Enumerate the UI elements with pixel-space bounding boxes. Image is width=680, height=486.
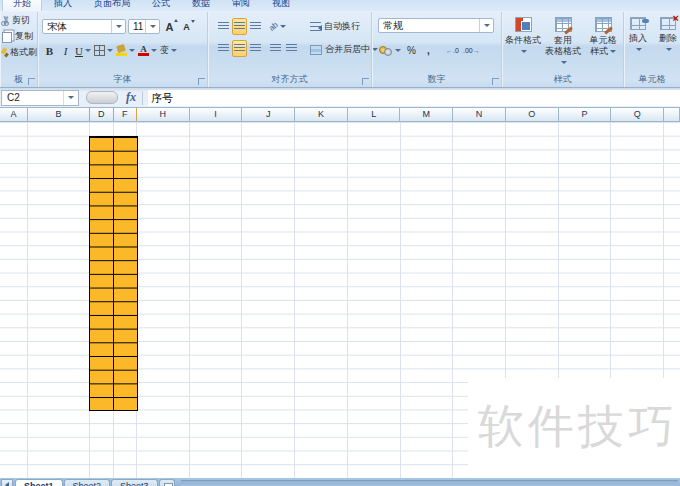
conditional-formatting-button[interactable]: 条件格式 bbox=[503, 17, 543, 57]
number-dialog-launcher[interactable] bbox=[492, 78, 499, 85]
name-box[interactable]: C2 bbox=[1, 90, 79, 106]
grid-vline bbox=[400, 122, 401, 478]
cell-styles-label-1: 单元格 bbox=[583, 35, 623, 46]
increase-decimal-button[interactable]: ←.0 bbox=[445, 42, 460, 59]
sheet-tab-Sheet2[interactable]: Sheet2 bbox=[64, 479, 111, 486]
copy-label: 复制 bbox=[15, 30, 33, 43]
column-header-I[interactable]: I bbox=[190, 108, 243, 121]
italic-icon: I bbox=[64, 45, 68, 57]
bold-button[interactable]: B bbox=[42, 42, 57, 59]
format-as-table-button[interactable]: 套用 表格格式 bbox=[543, 17, 583, 68]
ribbon: 剪切 复制 格式刷 板 宋体 11 bbox=[0, 12, 680, 88]
column-header-M[interactable]: M bbox=[401, 108, 454, 121]
clipboard-dialog-launcher[interactable] bbox=[28, 78, 35, 85]
column-header-B[interactable]: B bbox=[28, 108, 90, 121]
increase-indent-icon bbox=[286, 44, 297, 53]
font-name-combobox[interactable]: 宋体 bbox=[42, 19, 126, 34]
merge-center-button[interactable]: 合并后居中 bbox=[310, 43, 378, 56]
number-format-combobox[interactable]: 常规 bbox=[378, 18, 494, 33]
ribbon-tab-1[interactable]: 插入 bbox=[44, 0, 82, 11]
comma-icon: , bbox=[427, 45, 430, 56]
font-dialog-launcher[interactable] bbox=[198, 78, 205, 85]
align-left-button[interactable] bbox=[216, 40, 231, 57]
column-header-Q[interactable]: Q bbox=[611, 108, 664, 121]
cells-group-label: 单元格 bbox=[624, 73, 680, 86]
name-box-resize-handle[interactable] bbox=[86, 91, 118, 104]
cut-label: 剪切 bbox=[12, 14, 30, 27]
ribbon-tab-3[interactable]: 公式 bbox=[142, 0, 180, 11]
ribbon-tab-0[interactable]: 开始 bbox=[2, 0, 42, 11]
horizontal-scrollbar[interactable] bbox=[181, 480, 678, 486]
decrease-indent-button[interactable] bbox=[268, 40, 283, 57]
italic-button[interactable]: I bbox=[58, 42, 73, 59]
font-size-value: 11 bbox=[129, 21, 145, 32]
alignment-dialog-launcher[interactable] bbox=[362, 78, 369, 85]
cell-styles-button[interactable]: 单元格 样式 bbox=[583, 17, 623, 57]
accounting-format-button[interactable] bbox=[378, 42, 402, 59]
increase-decimal-icon: ←.0 bbox=[446, 47, 459, 54]
decrease-decimal-button[interactable]: .00→ bbox=[462, 42, 481, 59]
shrink-font-icon: A bbox=[183, 22, 190, 32]
increase-font-button[interactable]: A bbox=[162, 18, 177, 35]
column-header-D[interactable]: D bbox=[90, 108, 114, 121]
sheet-nav-left-icon[interactable] bbox=[1, 479, 13, 486]
sheet-tab-Sheet1[interactable]: Sheet1 bbox=[15, 479, 63, 486]
sheet-tab-strip: Sheet1Sheet2Sheet3 bbox=[15, 478, 159, 486]
font-color-button[interactable]: A bbox=[137, 42, 158, 59]
column-header-P[interactable]: P bbox=[559, 108, 612, 121]
align-right-button[interactable] bbox=[248, 40, 263, 57]
underline-button[interactable]: U bbox=[74, 42, 92, 59]
watermark: 软件技巧 bbox=[478, 396, 678, 458]
percent-style-button[interactable]: % bbox=[404, 42, 419, 59]
number-group-label: 数字 bbox=[372, 73, 501, 86]
comma-style-button[interactable]: , bbox=[421, 42, 436, 59]
wrap-text-button[interactable]: 自动换行 bbox=[310, 20, 360, 33]
phonetic-icon: 变 bbox=[160, 44, 169, 57]
group-styles: 条件格式 套用 表格格式 单元格 样式 样式 bbox=[502, 12, 624, 87]
column-header-F[interactable]: F bbox=[114, 108, 138, 121]
orientation-button[interactable]: ab bbox=[268, 18, 287, 35]
sheet-tab-Sheet3[interactable]: Sheet3 bbox=[111, 479, 158, 486]
filled-cells-block[interactable] bbox=[89, 136, 138, 412]
ribbon-tab-6[interactable]: 视图 bbox=[262, 0, 300, 11]
ribbon-tab-2[interactable]: 页面布局 bbox=[84, 0, 140, 11]
column-header-N[interactable]: N bbox=[453, 108, 506, 121]
merge-center-label: 合并后居中 bbox=[325, 43, 370, 56]
name-box-value: C2 bbox=[2, 92, 63, 103]
column-header-partial[interactable] bbox=[664, 108, 680, 121]
align-center-button[interactable] bbox=[232, 40, 247, 57]
insert-worksheet-tab[interactable] bbox=[159, 479, 175, 486]
format-painter-button[interactable]: 格式刷 bbox=[1, 45, 37, 60]
delete-cells-icon bbox=[660, 17, 676, 30]
fill-color-button[interactable] bbox=[115, 42, 136, 59]
borders-button[interactable] bbox=[93, 42, 114, 59]
phonetic-guide-button[interactable]: 变 bbox=[159, 42, 178, 59]
column-header-H[interactable]: H bbox=[137, 108, 190, 121]
copy-icon bbox=[2, 32, 12, 43]
group-font: 宋体 11 A A B I U A 变 字体 bbox=[38, 12, 208, 87]
insert-cells-button[interactable]: 插入 bbox=[624, 17, 652, 55]
increase-indent-button[interactable] bbox=[284, 40, 299, 57]
column-header-O[interactable]: O bbox=[506, 108, 559, 121]
align-middle-button[interactable] bbox=[232, 18, 247, 35]
delete-cells-button[interactable]: 删除 bbox=[654, 17, 680, 55]
chevron-down-icon bbox=[610, 50, 616, 53]
align-bottom-button[interactable] bbox=[248, 18, 263, 35]
column-header-A[interactable]: A bbox=[0, 108, 28, 121]
styles-group-label: 样式 bbox=[502, 73, 623, 86]
column-header-L[interactable]: L bbox=[348, 108, 401, 121]
font-size-combobox[interactable]: 11 bbox=[128, 19, 160, 34]
insert-function-button[interactable]: fx bbox=[126, 90, 136, 105]
grid-vline bbox=[347, 122, 348, 478]
decrease-font-button[interactable]: A bbox=[179, 18, 194, 35]
chevron-down-icon bbox=[479, 19, 493, 32]
cut-button[interactable]: 剪切 bbox=[1, 13, 37, 28]
ribbon-tab-5[interactable]: 审阅 bbox=[222, 0, 260, 11]
column-header-J[interactable]: J bbox=[242, 108, 295, 121]
formula-input[interactable]: 序号 bbox=[148, 89, 680, 106]
align-top-button[interactable] bbox=[216, 18, 231, 35]
ribbon-tab-4[interactable]: 数据 bbox=[182, 0, 220, 11]
copy-button[interactable]: 复制 bbox=[1, 29, 37, 44]
column-header-K[interactable]: K bbox=[295, 108, 348, 121]
chevron-down-icon bbox=[63, 91, 78, 105]
